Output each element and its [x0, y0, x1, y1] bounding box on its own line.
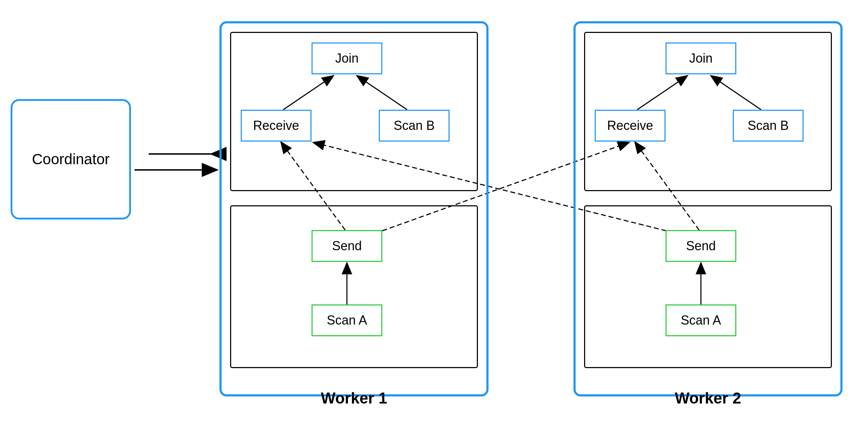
diagram: Coordinator Join Receive Scan B Send Sca… — [0, 0, 868, 429]
worker1-scana-node: Scan A — [312, 304, 382, 336]
worker2-scana-node: Scan A — [666, 304, 736, 336]
coordinator-box: Coordinator — [11, 99, 131, 219]
worker2-send-label: Send — [686, 239, 716, 253]
worker1-send-label: Send — [332, 239, 362, 253]
worker1-scana-label: Scan A — [327, 313, 367, 328]
worker2-scanb-node: Scan B — [733, 110, 804, 142]
worker2-scana-label: Scan A — [681, 313, 721, 328]
worker1-send-node: Send — [312, 230, 382, 262]
worker1-join-label: Join — [335, 51, 359, 66]
worker2-bottom-panel — [584, 205, 832, 368]
worker1-receive-label: Receive — [253, 118, 299, 133]
worker2-label: Worker 2 — [573, 389, 843, 407]
worker1-receive-node: Receive — [241, 110, 312, 142]
worker1-scanb-label: Scan B — [394, 118, 435, 133]
worker2-send-node: Send — [666, 230, 736, 262]
worker2-receive-label: Receive — [607, 118, 653, 133]
coordinator-label: Coordinator — [32, 151, 109, 168]
worker1-scanb-node: Scan B — [379, 110, 450, 142]
worker1-join-node: Join — [312, 42, 382, 74]
worker2-scanb-label: Scan B — [748, 118, 789, 133]
worker2-receive-node: Receive — [595, 110, 666, 142]
worker2-join-node: Join — [666, 42, 736, 74]
worker1-bottom-panel — [230, 205, 478, 368]
worker1-label: Worker 1 — [219, 389, 489, 407]
worker2-join-label: Join — [689, 51, 713, 66]
